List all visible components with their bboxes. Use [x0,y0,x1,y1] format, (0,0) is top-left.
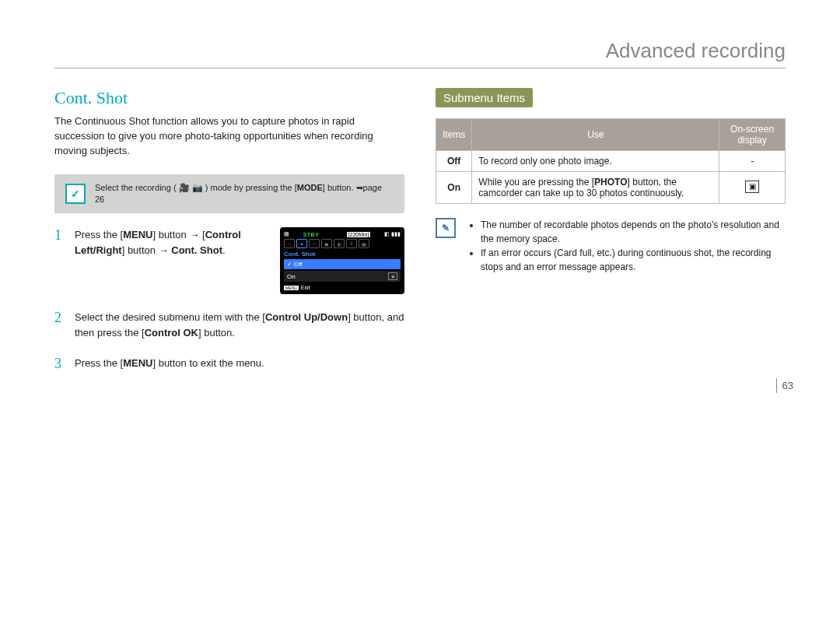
lcd-preview: ▤ STBY [220Min] ◧ ▮▮▮ ◌ ▲ ☼ ▣ ◐ ≡ [280,227,404,294]
page-number: 63 [776,380,793,391]
checkmark-icon: ✓ [65,184,86,204]
battery-icon: ◧ ▮▮▮ [384,231,401,237]
lcd-exit: MENU Exit [284,285,401,290]
lcd-status: STBY [303,232,320,237]
col-osd: On-screen display [719,119,786,151]
list-item: The number of recordable photos depends … [481,218,786,246]
step-2-text: Select the desired submenu item with the… [75,310,404,340]
col-items: Items [436,119,472,151]
arrow-right-icon: ➥ [356,182,363,194]
camera-icon: 📷 [192,183,203,192]
intro-text: The Continuous Shot function allows you … [54,114,404,159]
table-row: On While you are pressing the [PHOTO] bu… [436,172,786,204]
tips-box: ✎ The number of recordable photos depend… [436,218,786,274]
col-use: Use [472,119,719,151]
list-item: If an error occurs (Card full, etc.) dur… [481,246,786,274]
camcorder-icon: 🎥 [179,183,190,192]
mode-note-text: Select the recording ( 🎥 📷 ) mode by pre… [95,182,394,206]
mode-note-box: ✓ Select the recording ( 🎥 📷 ) mode by p… [54,174,404,214]
lcd-time: [220Min] [347,232,371,237]
step-number: 1 [54,227,65,258]
table-row: Off To record only one photo image. - [436,151,786,172]
step-number: 3 [54,356,65,372]
step-number: 2 [54,310,65,340]
cont-shot-indicator-icon: ▣ [388,272,397,280]
step-1-text: Press the [MENU] button → [Control Left/… [75,227,271,258]
lcd-menu-title: Cont. Shot [284,251,401,258]
submenu-badge: Submenu Items [436,88,533,107]
section-heading: Cont. Shot [54,88,404,108]
cont-shot-osd-icon [745,181,759,193]
page-header: Advanced recording [54,39,786,68]
submenu-items-table: Items Use On-screen display Off To recor… [436,118,786,204]
tips-list: The number of recordable photos depends … [467,218,786,274]
step-3-text: Press the [MENU] button to exit the menu… [75,356,404,372]
lcd-option-on: On ▣ [284,271,401,282]
lcd-icon-row: ◌ ▲ ☼ ▣ ◐ ≡ ▦ [284,239,401,248]
note-icon: ✎ [436,218,456,238]
sd-card-icon: ▤ [284,231,289,237]
lcd-option-off: ✓Off [284,259,401,269]
